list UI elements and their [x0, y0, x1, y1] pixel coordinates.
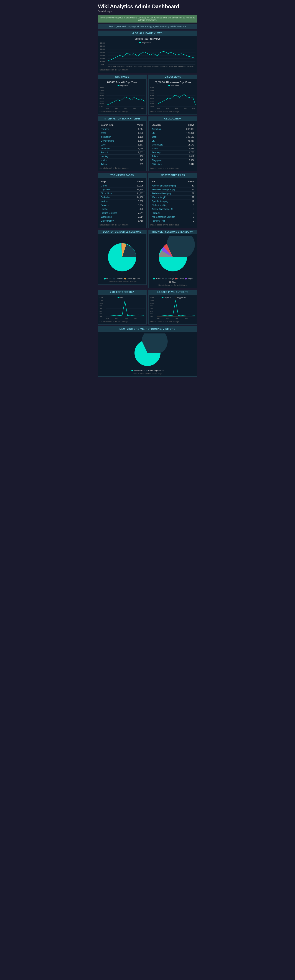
- wiki-note: Data is based on the last 30 days: [100, 111, 145, 113]
- pageviews-note: Data is based on the last 30 days: [100, 69, 195, 71]
- list-item: Skeletron Head.png32: [150, 191, 195, 195]
- svg-text:9,888: 9,888: [150, 86, 154, 88]
- svg-text:3,888: 3,888: [150, 100, 154, 102]
- svg-rect-89: [175, 297, 177, 298]
- page-title: Wiki Analytics Admin Dashboard: [98, 3, 197, 10]
- svg-text:Logged Out: Logged Out: [177, 297, 186, 299]
- list-item: Development1,165: [100, 139, 145, 143]
- new-returning-legend: New VisitorsReturning Visitors: [100, 369, 195, 372]
- search-terms-col: INTERNAL TOP SEARCH TERMS Search term Vi…: [97, 116, 147, 171]
- svg-text:488: 488: [150, 316, 153, 317]
- desktop-mobile-chart: MobileDesktopTabletOther Data is based o…: [97, 234, 147, 285]
- list-item: Draco Malfoy6,719: [100, 219, 145, 223]
- legend-item: Other: [133, 277, 140, 280]
- geo-note: Data is based on the last 30 days: [150, 167, 195, 169]
- disc-note: Data is based on the last 30 days: [150, 111, 195, 113]
- legend-item: Fireball: [175, 277, 184, 280]
- list-item: Blood Moon14,863: [100, 191, 145, 195]
- svg-text:1,888: 1,888: [150, 302, 154, 304]
- list-item: Warscepter.gif27: [150, 195, 195, 199]
- desktop-mobile-col: DESKTOP VS. MOBILE SESSIONS MobileDeskto…: [97, 230, 147, 288]
- svg-text:01/23/2021: 01/23/2021: [143, 65, 151, 67]
- svg-text:5,888: 5,888: [150, 95, 154, 96]
- wiki-pages-title: WIKI PAGES: [97, 75, 147, 79]
- files-col-views: Views: [184, 180, 195, 184]
- new-returning-title: NEW VISITORS VS. RETURNING VISITORS: [97, 326, 198, 331]
- list-item: UK98,337: [150, 139, 195, 143]
- svg-text:02/21: 02/21: [125, 318, 128, 319]
- svg-text:01/15/2021: 01/15/2021: [108, 65, 116, 67]
- legend-item: Other: [169, 281, 177, 283]
- pageviews-svg: Page Views 8,888 18,888 28,888 38,888 48…: [100, 41, 195, 67]
- new-returning-svg: [126, 334, 169, 368]
- legend-item: Tablet: [124, 277, 132, 280]
- list-item: Ashe OriginalSquare.png82: [150, 184, 195, 188]
- svg-text:03/15: 03/15: [141, 108, 144, 109]
- svg-text:03/15: 03/15: [185, 318, 188, 319]
- svg-text:4,888: 4,888: [150, 97, 154, 99]
- browser-title: BROWSER SESSIONS BREAKDOWN: [148, 230, 198, 234]
- browser-sessions-col: BROWSER SESSIONS BREAKDOWN Browser1Sufra…: [148, 230, 198, 288]
- search-terms-table-area: Search term Views harmony1,217prose1,205…: [97, 121, 147, 171]
- svg-text:1,888: 1,888: [100, 302, 103, 304]
- list-item: Poland11,012: [150, 154, 195, 158]
- svg-text:98,888: 98,888: [100, 42, 105, 44]
- list-item: Philippines6,342: [150, 162, 195, 166]
- svg-text:28,888: 28,888: [100, 57, 105, 59]
- svg-text:01/15: 01/15: [106, 108, 109, 109]
- edits-title: # OF EDITS PER DAY: [97, 290, 147, 294]
- discussions-col: DISCUSSIONS 88,888 Total Discussions Pag…: [148, 75, 198, 115]
- svg-text:3,888: 3,888: [150, 297, 154, 298]
- discussions-chart: 88,888 Total Discussions Page Views Page…: [148, 79, 198, 115]
- pages-note: Data is based on the last 30 days: [100, 224, 145, 226]
- list-item: Tunisia16,885: [150, 146, 195, 151]
- files-title: MOST VISITED FILES: [148, 173, 198, 178]
- page-subtitle: Special page: [98, 10, 197, 13]
- svg-text:888: 888: [100, 305, 102, 307]
- geolocation-col: GEOLOCATION Location Views Argentina807,…: [148, 116, 198, 171]
- files-area: File Views Ashe OriginalSquare.png82Herm…: [148, 178, 198, 228]
- svg-text:148,888: 148,888: [100, 89, 105, 91]
- logged-chart: Logged In Logged Out 488 588 688 788 888…: [148, 294, 198, 325]
- svg-rect-87: [162, 297, 163, 298]
- logged-title: LOGGED IN VS. OUT EDITS: [148, 290, 198, 294]
- list-item: Argentina807,030: [150, 127, 195, 131]
- list-item: Montenegro18,179: [150, 143, 195, 146]
- svg-text:2,888: 2,888: [150, 300, 154, 301]
- svg-text:108,888: 108,888: [100, 92, 105, 94]
- svg-text:588: 588: [150, 313, 153, 315]
- list-item: advice945: [100, 158, 145, 162]
- svg-text:03/15/2021: 03/15/2021: [187, 65, 195, 67]
- svg-text:Page Views: Page Views: [142, 42, 151, 44]
- discussions-title: DISCUSSIONS: [148, 75, 198, 79]
- svg-text:3,888: 3,888: [100, 297, 103, 298]
- legend-item: New Visitors: [131, 369, 145, 372]
- list-item: Singapore6,554: [150, 158, 195, 162]
- geo-table: Location Views Argentina807,030US422,301…: [150, 123, 195, 166]
- list-item: Hermione Granger 5.jpg52: [150, 188, 195, 191]
- svg-text:688: 688: [150, 310, 153, 312]
- svg-text:18,888: 18,888: [100, 60, 105, 62]
- svg-text:28,888: 28,888: [100, 103, 104, 104]
- files-col: MOST VISITED FILES File Views Ashe Origi…: [148, 173, 198, 228]
- svg-text:03/07: 03/07: [184, 108, 187, 109]
- svg-text:788: 788: [100, 308, 102, 309]
- top-pages-area: Page Views Garen20,005Gryffindor18,324Bl…: [97, 178, 147, 228]
- top-pages-table: Page Views Garen20,005Gryffindor18,324Bl…: [100, 180, 145, 223]
- svg-text:488: 488: [100, 316, 102, 317]
- wiki-discussions-row: WIKI PAGES 888,888 Total Wiki Page Views…: [97, 75, 198, 115]
- svg-text:888: 888: [150, 305, 153, 307]
- list-item: monkey960: [100, 154, 145, 158]
- svg-text:Page Views: Page Views: [120, 84, 128, 86]
- svg-text:01/15: 01/15: [157, 108, 160, 109]
- list-item: Arcane Sanctuary - 4K5: [150, 207, 195, 211]
- disc-svg: Page Views 1,888 2,888 3,888 4,888 5,888…: [150, 84, 195, 109]
- pageviews-chart-title: 888,888 Total Page Views: [100, 38, 195, 40]
- list-item: US422,301: [150, 131, 195, 135]
- svg-text:68,888: 68,888: [100, 97, 104, 99]
- legend-item: Desktop: [113, 277, 123, 280]
- list-item: Leather8,128: [100, 207, 145, 211]
- geo-title: GEOLOCATION: [148, 116, 198, 121]
- list-item: Germany11,773: [150, 151, 195, 154]
- list-item: Rainbow Trail2: [150, 219, 195, 223]
